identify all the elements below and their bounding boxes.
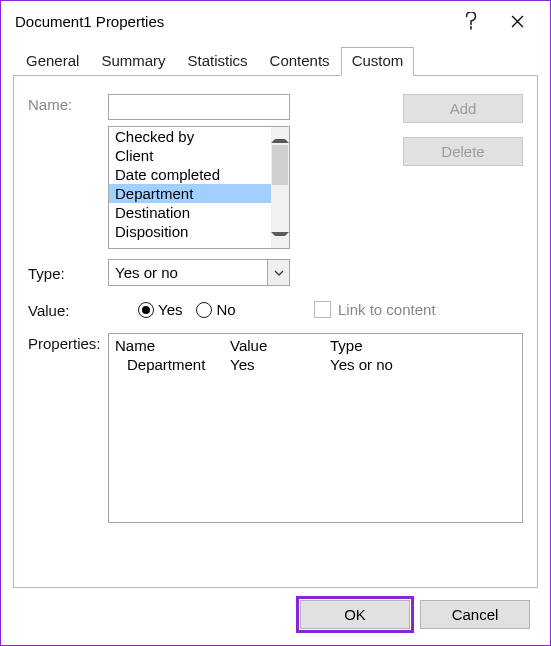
- chevron-down-icon: [274, 270, 284, 276]
- type-label: Type:: [28, 263, 108, 282]
- type-select-value: Yes or no: [109, 264, 267, 281]
- radio-no[interactable]: No: [196, 301, 235, 318]
- tab-general[interactable]: General: [15, 47, 90, 76]
- link-to-content: Link to content: [314, 301, 436, 318]
- help-button[interactable]: [448, 6, 494, 36]
- tab-strip: General Summary Statistics Contents Cust…: [13, 45, 538, 75]
- name-input[interactable]: [108, 94, 290, 120]
- tab-contents[interactable]: Contents: [259, 47, 341, 76]
- tab-panel-custom: Name: Checked by Client Date completed D…: [13, 75, 538, 588]
- dialog-buttons: OK Cancel: [13, 588, 538, 635]
- ok-button[interactable]: OK: [300, 600, 410, 629]
- list-item[interactable]: Checked by: [109, 127, 271, 146]
- tab-summary[interactable]: Summary: [90, 47, 176, 76]
- radio-yes[interactable]: Yes: [138, 301, 182, 318]
- close-button[interactable]: [494, 6, 540, 36]
- type-select[interactable]: Yes or no: [108, 259, 290, 286]
- radio-icon: [138, 302, 154, 318]
- add-button[interactable]: Add: [403, 94, 523, 123]
- radio-icon: [196, 302, 212, 318]
- table-header: Name Value Type: [109, 334, 522, 354]
- value-label: Value:: [28, 300, 108, 319]
- help-icon: [465, 12, 477, 30]
- properties-label: Properties:: [28, 333, 108, 352]
- scroll-down-button[interactable]: [271, 230, 289, 248]
- chevron-down-icon: [271, 232, 289, 250]
- tab-custom[interactable]: Custom: [341, 47, 415, 76]
- title-bar: Document1 Properties: [1, 1, 550, 41]
- chevron-up-icon: [271, 125, 289, 143]
- scroll-thumb[interactable]: [272, 145, 288, 185]
- list-item[interactable]: Date completed: [109, 165, 271, 184]
- value-radiogroup: Yes No: [108, 296, 290, 323]
- type-select-button[interactable]: [267, 260, 289, 285]
- list-item[interactable]: Destination: [109, 203, 271, 222]
- list-item[interactable]: Department: [109, 184, 271, 203]
- properties-dialog: Document1 Properties General Summary Sta…: [0, 0, 551, 646]
- cancel-button[interactable]: Cancel: [420, 600, 530, 629]
- name-label: Name:: [28, 94, 108, 113]
- col-name: Name: [109, 337, 224, 354]
- list-item[interactable]: Disposition: [109, 222, 271, 241]
- list-item[interactable]: Client: [109, 146, 271, 165]
- col-value: Value: [224, 337, 324, 354]
- delete-button[interactable]: Delete: [403, 137, 523, 166]
- window-title: Document1 Properties: [15, 13, 448, 30]
- name-listbox[interactable]: Checked by Client Date completed Departm…: [108, 126, 290, 249]
- properties-table[interactable]: Name Value Type Department Yes Yes or no: [108, 333, 523, 523]
- list-scrollbar[interactable]: [271, 127, 289, 248]
- scroll-up-button[interactable]: [271, 127, 289, 145]
- table-row[interactable]: Department Yes Yes or no: [109, 354, 522, 373]
- col-type: Type: [324, 337, 522, 354]
- close-icon: [511, 15, 524, 28]
- link-to-content-label: Link to content: [338, 301, 436, 318]
- link-to-content-checkbox[interactable]: [314, 301, 331, 318]
- tab-statistics[interactable]: Statistics: [177, 47, 259, 76]
